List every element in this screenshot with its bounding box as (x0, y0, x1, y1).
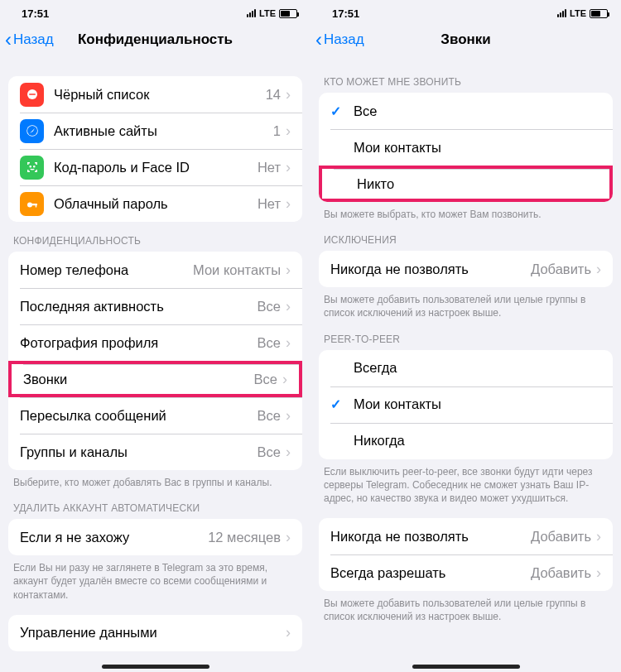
chevron-right-icon: › (286, 122, 291, 140)
status-time: 17:51 (332, 7, 359, 20)
who-footer: Вы можете выбрать, кто может Вам позвони… (310, 202, 621, 221)
status-time: 17:51 (22, 7, 49, 20)
chevron-right-icon: › (286, 624, 291, 641)
row-active-sessions[interactable]: Активные сайты 1 › (8, 113, 302, 149)
battery-icon (279, 9, 297, 18)
row-passcode-faceid[interactable]: Код-пароль и Face ID Нет › (8, 149, 302, 185)
row-calls[interactable]: Звонки Все › (8, 361, 302, 397)
chevron-right-icon: › (286, 159, 291, 176)
p2p-never[interactable]: Никогда (319, 423, 613, 459)
p2p-always[interactable]: Всегда (319, 350, 613, 386)
chevron-right-icon: › (286, 262, 291, 279)
home-indicator (102, 665, 209, 669)
network-label: LTE (570, 8, 586, 18)
row-phone-number[interactable]: Номер телефона Мои контакты › (8, 252, 302, 288)
p2p-header: PEER-TO-PEER (310, 334, 621, 350)
row-never-allow-2[interactable]: Никогда не позволять Добавить › (319, 518, 613, 554)
status-bar: 17:51 LTE (310, 5, 621, 22)
p2p-my-contacts[interactable]: ✓ Мои контакты (319, 386, 613, 423)
who-can-call-header: КТО МОЖЕТ МНЕ ЗВОНИТЬ (310, 76, 621, 93)
chevron-right-icon: › (286, 195, 291, 213)
network-label: LTE (259, 8, 276, 18)
row-groups-channels[interactable]: Группы и каналы Все › (8, 434, 302, 470)
screen-privacy: 17:51 LTE ‹ Назад Конфиденциальность Чёр… (0, 0, 310, 672)
svg-point-6 (33, 166, 34, 167)
chevron-right-icon: › (286, 444, 291, 461)
delete-footer: Если Вы ни разу не заглянете в Telegram … (0, 555, 310, 602)
p2p-footer: Если выключить peer-to-peer, все звонки … (310, 459, 621, 506)
svg-point-5 (30, 166, 31, 167)
home-indicator (412, 665, 520, 669)
key-icon (20, 192, 44, 216)
chevron-right-icon: › (286, 407, 291, 425)
chevron-right-icon: › (286, 334, 291, 352)
back-button[interactable]: ‹ Назад (310, 30, 364, 50)
status-bar: 17:51 LTE (0, 5, 310, 22)
option-nobody[interactable]: Никто (319, 166, 613, 202)
signal-icon (557, 9, 566, 17)
row-profile-photo[interactable]: Фотография профиля Все › (8, 324, 302, 361)
row-cloud-password[interactable]: Облачный пароль Нет › (8, 185, 302, 222)
blocklist-icon (20, 83, 44, 107)
chevron-right-icon: › (596, 528, 601, 545)
nav-title: Звонки (440, 31, 491, 48)
row-data-management[interactable]: Управление данными › (8, 615, 302, 651)
back-button[interactable]: ‹ Назад (0, 30, 54, 50)
faceid-icon (20, 156, 44, 180)
chevron-right-icon: › (286, 529, 291, 546)
chevron-right-icon: › (596, 564, 601, 582)
nav-bar: ‹ Назад Конфиденциальность (0, 22, 310, 58)
privacy-footer: Выберите, кто может добавлять Вас в груп… (0, 470, 310, 489)
chevron-left-icon: ‹ (315, 30, 322, 50)
row-forwarding[interactable]: Пересылка сообщений Все › (8, 397, 302, 434)
safari-icon (20, 119, 44, 143)
option-my-contacts[interactable]: Мои контакты (319, 129, 613, 166)
delete-header: УДАЛИТЬ АККАУНТ АВТОМАТИЧЕСКИ (0, 502, 310, 519)
battery-icon (590, 9, 608, 18)
screen-calls: 17:51 LTE ‹ Назад Звонки КТО МОЖЕТ МНЕ З… (310, 0, 621, 672)
bottom-footer: Вы можете добавить пользователей или цел… (310, 591, 621, 623)
checkmark-icon: ✓ (330, 396, 354, 412)
row-last-seen[interactable]: Последняя активность Все › (8, 288, 302, 324)
exceptions-header: ИСКЛЮЧЕНИЯ (310, 234, 621, 251)
privacy-header: КОНФИДЕНЦИАЛЬНОСТЬ (0, 235, 310, 252)
chevron-right-icon: › (286, 86, 291, 103)
svg-rect-9 (35, 204, 36, 208)
svg-rect-1 (29, 94, 36, 95)
chevron-right-icon: › (596, 261, 601, 278)
chevron-left-icon: ‹ (5, 30, 12, 50)
exceptions-footer: Вы можете добавить пользователей или цел… (310, 287, 621, 319)
row-always-allow[interactable]: Всегда разрешать Добавить › (319, 554, 613, 591)
row-never-allow[interactable]: Никогда не позволять Добавить › (319, 251, 613, 287)
chevron-right-icon: › (282, 371, 287, 388)
option-everyone[interactable]: ✓ Все (319, 93, 613, 129)
nav-title: Конфиденциальность (78, 31, 233, 48)
chevron-right-icon: › (286, 298, 291, 315)
checkmark-icon: ✓ (330, 103, 354, 119)
signal-icon (247, 9, 256, 17)
row-blocklist[interactable]: Чёрный список 14 › (8, 76, 302, 113)
row-delete-account[interactable]: Если я не захожу 12 месяцев › (8, 519, 302, 555)
nav-bar: ‹ Назад Звонки (310, 22, 621, 58)
